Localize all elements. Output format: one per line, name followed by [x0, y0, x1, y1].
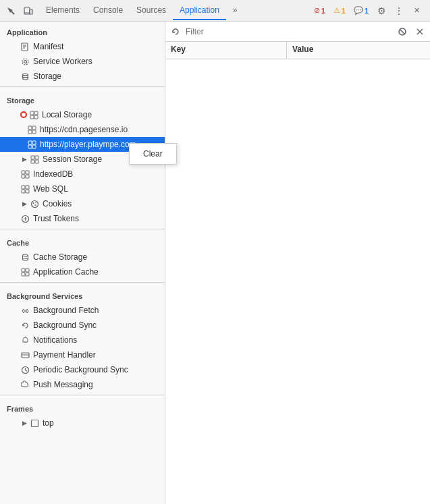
divider-3 — [0, 282, 165, 283]
refresh-button[interactable] — [168, 24, 183, 39]
sidebar-item-top-frame[interactable]: ▶ top — [0, 416, 165, 430]
svg-rect-26 — [32, 145, 36, 148]
sidebar-item-periodic-bg-sync[interactable]: Periodic Background Sync — [0, 362, 165, 377]
sidebar-item-cookies[interactable]: ▶ Cookies — [0, 196, 165, 211]
divider-4 — [0, 395, 165, 395]
db-icon-websql — [20, 184, 30, 194]
top-right-icons: ⊘ 1 ⚠ 1 💬 1 ⚙ ⋮ ✕ — [311, 3, 427, 19]
svg-point-40 — [32, 202, 34, 204]
sidebar-item-service-workers[interactable]: Service Workers — [0, 54, 165, 69]
sidebar-item-background-fetch[interactable]: Background Fetch — [0, 303, 165, 318]
fetch-icon — [20, 306, 30, 315]
cache-storage-label: Cache Storage — [33, 252, 87, 262]
svg-rect-22 — [32, 130, 36, 134]
divider-1 — [0, 86, 165, 87]
push-messaging-label: Push Messaging — [33, 380, 93, 389]
svg-rect-53 — [26, 273, 29, 276]
tab-application[interactable]: Application — [173, 1, 226, 20]
error-badge[interactable]: ⊘ 1 — [311, 4, 329, 17]
notifications-label: Notifications — [33, 335, 77, 345]
svg-rect-15 — [30, 111, 34, 115]
sidebar-item-notifications[interactable]: Notifications — [0, 333, 165, 347]
db-icon-cdn — [27, 125, 36, 134]
cookie-icon — [30, 199, 39, 208]
filter-close-icon[interactable] — [412, 24, 427, 39]
manifest-label: Manifest — [33, 42, 63, 51]
svg-rect-23 — [28, 141, 32, 144]
table-body — [165, 59, 430, 504]
svg-rect-17 — [30, 115, 34, 119]
svg-point-39 — [31, 200, 38, 207]
top-frame-label: top — [43, 418, 54, 428]
svg-point-14 — [22, 76, 28, 78]
svg-point-41 — [34, 204, 36, 206]
card-icon — [20, 350, 30, 360]
background-fetch-label: Background Fetch — [33, 306, 99, 315]
warning-badge[interactable]: ⚠ 1 — [330, 4, 349, 17]
settings-icon[interactable]: ⚙ — [373, 3, 389, 19]
sidebar-item-local-storage[interactable]: Local Storage — [0, 107, 165, 122]
local-storage-indicator — [20, 111, 27, 118]
db-icon-player — [27, 140, 36, 149]
svg-rect-28 — [35, 156, 38, 159]
sidebar-item-application-cache[interactable]: Application Cache — [0, 264, 165, 279]
cookies-expand-icon: ▶ — [20, 200, 28, 208]
tab-more[interactable]: » — [226, 1, 244, 20]
svg-rect-36 — [26, 186, 29, 189]
context-menu-clear[interactable]: Clear — [130, 145, 176, 163]
divider-2 — [0, 229, 165, 229]
svg-line-0 — [11, 11, 15, 14]
indexeddb-label: IndexedDB — [33, 169, 73, 179]
sidebar-item-manifest[interactable]: Manifest — [0, 39, 165, 54]
svg-point-9 — [22, 59, 28, 65]
svg-rect-18 — [34, 115, 38, 119]
sidebar-item-push-messaging[interactable]: Push Messaging — [0, 377, 165, 392]
sidebar-item-trust-tokens[interactable]: Trust Tokens — [0, 211, 165, 226]
close-devtools-icon[interactable]: ✕ — [408, 3, 425, 19]
device-icon[interactable] — [20, 3, 36, 19]
cloud-icon — [20, 380, 30, 389]
frames-expand-icon: ▶ — [20, 419, 28, 427]
sidebar-item-indexeddb[interactable]: IndexedDB — [0, 167, 165, 181]
cache-icon — [20, 252, 30, 262]
context-menu: Clear — [129, 143, 177, 165]
sidebar-item-payment-handler[interactable]: Payment Handler — [0, 347, 165, 362]
block-icon[interactable] — [395, 24, 410, 39]
svg-rect-29 — [31, 160, 34, 163]
svg-rect-19 — [28, 126, 32, 130]
svg-rect-51 — [26, 269, 29, 272]
app-cache-icon — [20, 267, 30, 277]
table-header: Key Value — [165, 42, 430, 59]
clock-icon — [20, 365, 30, 374]
sync-icon — [20, 320, 30, 330]
periodic-bg-sync-label: Periodic Background Sync — [33, 365, 128, 374]
info-badge[interactable]: 💬 1 — [350, 4, 372, 17]
svg-rect-32 — [26, 171, 29, 174]
svg-rect-50 — [22, 269, 25, 272]
frame-icon — [30, 418, 39, 428]
filter-input[interactable] — [186, 27, 392, 36]
tab-elements[interactable]: Elements — [39, 1, 86, 20]
section-header-storage: Storage — [0, 90, 165, 107]
more-options-icon[interactable]: ⋮ — [391, 3, 407, 19]
column-key: Key — [165, 42, 287, 59]
sidebar-item-background-sync[interactable]: Background Sync — [0, 318, 165, 333]
tab-sources[interactable]: Sources — [130, 1, 173, 20]
sidebar-item-cache-storage[interactable]: Cache Storage — [0, 250, 165, 264]
svg-rect-25 — [28, 145, 32, 148]
svg-point-46 — [22, 254, 28, 256]
svg-rect-34 — [26, 175, 29, 178]
section-header-application: Application — [0, 22, 165, 39]
token-icon — [20, 214, 30, 223]
player-label: https://player.plaympe.com — [40, 140, 136, 149]
sidebar-item-storage[interactable]: Storage — [0, 69, 165, 84]
sidebar-item-web-sql[interactable]: Web SQL — [0, 181, 165, 196]
section-header-background: Background Services — [0, 285, 165, 303]
sidebar-item-cdn[interactable]: https://cdn.pagesense.io — [0, 122, 165, 137]
inspect-icon[interactable] — [3, 3, 19, 19]
svg-rect-21 — [28, 130, 32, 134]
svg-rect-27 — [31, 156, 34, 159]
svg-rect-16 — [34, 111, 38, 115]
tab-console[interactable]: Console — [86, 1, 130, 20]
storage-label: Storage — [33, 72, 61, 81]
